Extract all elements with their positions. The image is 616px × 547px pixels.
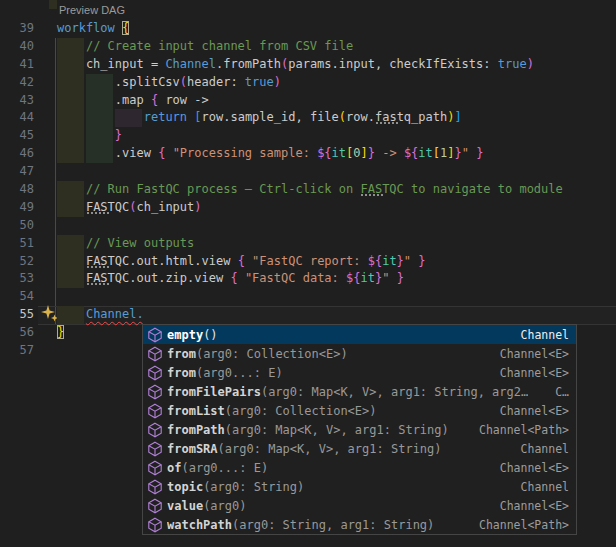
indent-tint-remnant (49, 0, 57, 9)
code-line[interactable]: // View outputs (57, 235, 616, 253)
code-token (57, 236, 86, 250)
code-token: header: (187, 75, 245, 89)
code-line[interactable]: FASTQC.out.zip.view { "FastQC data: ${it… (57, 270, 616, 288)
suggest-item-label: fromSRA(arg0: Map<K, V>, arg1: String) (167, 442, 442, 456)
code-line[interactable]: } (57, 127, 616, 145)
code-token: FASTQC (360, 182, 403, 196)
line-number[interactable]: 47 (0, 163, 34, 181)
line-number[interactable]: 40 (0, 38, 34, 56)
line-number[interactable]: 43 (0, 92, 34, 110)
suggest-item-signature: () (203, 328, 217, 342)
codelens-preview-dag[interactable]: Preview DAG (59, 4, 125, 16)
code-token (57, 254, 86, 268)
suggest-item-label: of(arg0...: E) (167, 461, 268, 475)
line-number[interactable]: 39 (0, 20, 34, 38)
code-line[interactable]: // Create input channel from CSV file (57, 38, 616, 56)
line-number[interactable]: 48 (0, 181, 34, 199)
code-line[interactable]: Channel. (57, 306, 616, 324)
suggest-item-detail: Channel<E> (496, 404, 576, 418)
code-token: .fromPath (216, 57, 281, 71)
code-line[interactable]: workflow { (57, 20, 616, 38)
code-token: FASTQC (86, 254, 129, 268)
line-number[interactable]: 54 (0, 288, 34, 306)
suggest-item[interactable]: from(arg0: Collection<E>)Channel<E> (143, 344, 576, 363)
code-token: [ (194, 110, 201, 124)
code-token: "FastQC data: (245, 271, 346, 285)
line-number[interactable]: 56 (0, 324, 34, 342)
code-line[interactable]: .map { row -> (57, 92, 616, 110)
suggest-item[interactable]: fromPath(arg0: Map<K, V>, arg1: String)C… (143, 420, 576, 439)
method-cube-icon (147, 460, 163, 476)
code-line[interactable] (57, 217, 616, 235)
suggest-item-signature: (arg0: Map<K, V>, arg1: String) (218, 442, 442, 456)
method-cube-icon (147, 403, 163, 419)
code-line[interactable]: // Run FastQC process – Ctrl-click on FA… (57, 181, 616, 199)
code-line[interactable]: ch_input = Channel.fromPath(params.input… (57, 56, 616, 74)
line-number[interactable]: 46 (0, 145, 34, 163)
code-token: { (122, 21, 129, 35)
code-line[interactable]: FASTQC.out.html.view { "FastQC report: $… (57, 253, 616, 271)
method-cube-icon (147, 441, 163, 457)
suggest-item-signature: (arg0: Map<K, V>, arg1: String) (225, 423, 449, 437)
suggest-item[interactable]: from(arg0...: E)Channel<E> (143, 363, 576, 382)
code-token: " (404, 254, 411, 268)
code-token (57, 271, 86, 285)
code-line[interactable]: .splitCsv(header: true) (57, 74, 616, 92)
code-editor: Preview DAG 3940414243444546474849505152… (0, 0, 616, 547)
suggest-item[interactable]: of(arg0...: E)Channel<E> (143, 458, 576, 477)
suggest-item-label: watchPath(arg0: String, arg1: String) (167, 518, 434, 532)
code-lines: workflow { // Create input channel from … (57, 20, 616, 360)
code-line[interactable]: .view { "Processing sample: ${it[0]} -> … (57, 145, 616, 163)
code-token: ] (361, 146, 368, 160)
suggest-item-label: topic(arg0: String) (167, 480, 304, 494)
line-number[interactable]: 42 (0, 74, 34, 92)
code-token (57, 200, 86, 214)
code-token: fastq_path (375, 110, 447, 124)
suggest-item-detail: Channel (517, 328, 576, 342)
code-line[interactable] (57, 288, 616, 306)
code-token: it (418, 146, 432, 160)
line-number[interactable]: 55 (0, 306, 34, 324)
suggest-item-signature: (arg0) (203, 499, 246, 513)
code-token: } (368, 146, 375, 160)
suggest-item[interactable]: value(arg0)Channel<E> (143, 496, 576, 515)
line-number[interactable]: 50 (0, 217, 34, 235)
code-line[interactable] (57, 163, 616, 181)
method-cube-icon (147, 498, 163, 514)
suggest-item-name: of (167, 461, 181, 475)
suggest-item[interactable]: fromList(arg0: Collection<E>)Channel<E> (143, 401, 576, 420)
suggest-item[interactable]: fromSRA(arg0: Map<K, V>, arg1: String)Ch… (143, 439, 576, 458)
line-number[interactable]: 49 (0, 199, 34, 217)
line-number[interactable]: 44 (0, 109, 34, 127)
code-token: true (245, 75, 274, 89)
code-token: ${ (404, 146, 418, 160)
code-line[interactable]: FASTQC(ch_input) (57, 199, 616, 217)
line-number[interactable]: 45 (0, 127, 34, 145)
line-number[interactable]: 51 (0, 235, 34, 253)
line-number[interactable]: 57 (0, 342, 34, 360)
code-token: params.input, checkIfExists: (288, 57, 498, 71)
code-token: FASTQC (86, 200, 129, 214)
suggest-item-signature: (arg0: Collection<E>) (196, 347, 348, 361)
line-number[interactable]: 53 (0, 270, 34, 288)
code-token (57, 110, 144, 124)
code-token: row -> (158, 93, 209, 107)
suggest-item-name: fromPath (167, 423, 225, 437)
line-number[interactable]: 52 (0, 253, 34, 271)
method-cube-icon (147, 422, 163, 438)
suggest-item[interactable]: watchPath(arg0: String, arg1: String)Cha… (143, 515, 576, 534)
suggest-item[interactable]: empty()Channel (143, 325, 576, 344)
code-token: to navigate to module (404, 182, 563, 196)
suggest-item-name: topic (167, 480, 203, 494)
suggest-item[interactable]: fromFilePairs(arg0: Map<K, V>, arg1: Str… (143, 382, 576, 401)
code-line[interactable]: return [row.sample_id, file(row.fastq_pa… (57, 109, 616, 127)
suggest-item-signature: (arg0: Map<K, V>, arg1: String, arg2… (261, 385, 528, 399)
suggest-item[interactable]: topic(arg0: String)Channel (143, 477, 576, 496)
suggest-item-name: value (167, 499, 203, 513)
suggest-item-signature: (arg0...: E) (196, 366, 283, 380)
code-token: ) (194, 200, 201, 214)
code-token: { (238, 254, 245, 268)
code-token: .out.html.view (129, 254, 237, 268)
line-number[interactable]: 41 (0, 56, 34, 74)
code-token: true (498, 57, 527, 71)
